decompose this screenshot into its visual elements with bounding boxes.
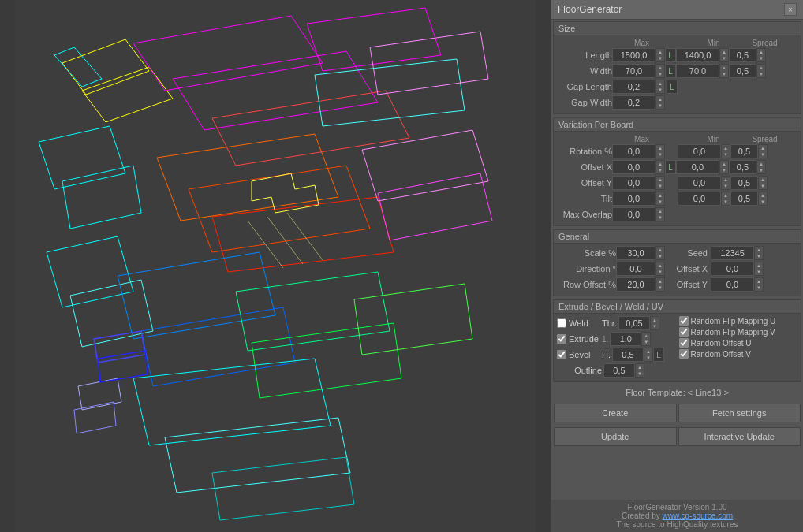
size-section-title: Size [554,22,801,35]
tilt-spread-input[interactable] [730,192,758,206]
bevel-val-spin[interactable]: ▲▼ [644,348,653,362]
create-button[interactable]: Create [554,404,677,422]
max-overlap-row: Max Overlap ▲▼ [557,207,797,221]
offset-x-spread-input[interactable] [729,160,756,174]
random-offset-u-checkbox[interactable] [679,338,689,348]
gap-width-spin[interactable]: ▲▼ [655,95,665,110]
footer-created-by: Created by [622,512,663,520]
seed-input[interactable] [711,246,754,260]
outline-label: Outline [557,366,602,375]
tilt-min-spin[interactable]: ▲▼ [721,192,730,206]
bevel-checkbox[interactable] [557,350,566,359]
random-offset-v-checkbox[interactable] [679,349,689,359]
length-min-spin[interactable]: ▲▼ [719,48,729,62]
direction-spin[interactable]: ▲▼ [655,262,665,276]
general-offset-y-input[interactable] [711,277,754,292]
width-row: Width ▲▼ L ▲▼ ▲▼ [557,64,797,78]
footer-link[interactable]: www.cg-source.com [663,512,733,520]
offset-x-spread-spin[interactable]: ▲▼ [756,160,766,174]
outline-val-input[interactable] [603,363,635,378]
outline-val-spin[interactable]: ▲▼ [635,363,644,378]
width-spread-spin[interactable]: ▲▼ [756,64,766,78]
random-flip-u-checkbox[interactable] [679,316,689,326]
bevel-l-button[interactable]: L [653,348,664,362]
offset-y-max-input[interactable] [612,176,655,190]
gap-length-l-button[interactable]: L [667,80,678,94]
offset-y-spread-spin[interactable]: ▲▼ [758,176,768,190]
random-flip-v-checkbox[interactable] [679,327,689,337]
offset-x-min-spin[interactable]: ▲▼ [719,160,729,174]
length-max-input[interactable] [612,48,655,62]
length-spread-spin[interactable]: ▲▼ [756,48,766,62]
max-overlap-spin[interactable]: ▲▼ [655,207,665,221]
row-offset-input[interactable] [616,277,655,292]
bevel-h-label: H. [602,350,611,359]
direction-input[interactable] [616,262,655,276]
fetch-settings-button[interactable]: Fetch settings [678,404,801,422]
bevel-val-input[interactable] [612,348,644,362]
rotation-row: Rotation % ▲▼ ▲▼ ▲▼ [557,144,797,158]
length-l-button[interactable]: L [665,48,676,62]
offset-y-spread-input[interactable] [730,176,758,190]
tilt-row: Tilt ▲▼ ▲▼ ▲▼ [557,192,797,206]
offset-y-label: Offset Y [557,178,612,188]
row-offset-label: Row Offset % [557,280,616,289]
rotation-max-input[interactable] [612,144,655,158]
weld-thr-spin[interactable]: ▲▼ [650,316,659,330]
seed-spin[interactable]: ▲▼ [754,246,764,260]
gap-length-spin[interactable]: ▲▼ [655,80,665,94]
extrude-val-input[interactable] [610,332,641,346]
offset-x-min-input[interactable] [676,160,719,174]
panel-title: FloorGenerator [558,4,622,15]
max-overlap-input[interactable] [612,207,655,221]
rotation-max-spin[interactable]: ▲▼ [655,144,665,158]
gap-width-input[interactable] [612,95,655,110]
row-offset-spin[interactable]: ▲▼ [655,277,665,292]
general-offset-x-input[interactable] [711,262,754,276]
extrude-section: Extrude / Bevel / Weld / UV Weld Thr. ▲▼ [553,299,801,382]
update-button[interactable]: Update [554,427,677,446]
offset-x-l-button[interactable]: L [665,160,676,174]
offset-x-max-spin[interactable]: ▲▼ [655,160,665,174]
general-offset-x-spin[interactable]: ▲▼ [754,262,764,276]
rotation-spread-input[interactable] [730,144,758,158]
length-spread-input[interactable] [729,48,756,62]
extrude-val-spin[interactable]: ▲▼ [641,332,651,346]
random-offset-u-row: Random Offset U [679,338,798,348]
width-l-button[interactable]: L [665,64,676,78]
extrude-checkbox[interactable] [557,334,566,344]
panel-titlebar: FloorGenerator × [551,0,803,20]
random-flip-v-row: Random Flip Mapping V [679,327,798,337]
size-col-headers: Max Min Spread [557,38,797,48]
rotation-min-spin[interactable]: ▲▼ [721,144,730,158]
offset-y-min-input[interactable] [678,176,721,190]
tilt-min-input[interactable] [678,192,721,206]
tilt-max-input[interactable] [612,192,655,206]
width-max-spin[interactable]: ▲▼ [655,64,665,78]
offset-y-min-spin[interactable]: ▲▼ [721,176,730,190]
random-flip-u-row: Random Flip Mapping U [679,316,798,326]
width-max-input[interactable] [612,64,655,78]
scale-spin[interactable]: ▲▼ [655,246,665,260]
length-max-spin[interactable]: ▲▼ [655,48,665,62]
width-min-input[interactable] [676,64,719,78]
scale-input[interactable] [616,246,655,260]
tilt-spread-spin[interactable]: ▲▼ [758,192,768,206]
size-section: Size Max Min Spread Length ▲▼ L [553,21,801,114]
width-min-spin[interactable]: ▲▼ [719,64,729,78]
size-section-content: Max Min Spread Length ▲▼ L ▲▼ [554,35,801,113]
panel-close-button[interactable]: × [784,3,797,16]
gap-length-input[interactable] [612,80,655,94]
tilt-max-spin[interactable]: ▲▼ [655,192,665,206]
general-offset-x-label: Offset X [668,264,708,273]
rotation-min-input[interactable] [678,144,721,158]
weld-checkbox[interactable] [557,318,566,328]
offset-x-max-input[interactable] [612,160,655,174]
offset-y-max-spin[interactable]: ▲▼ [655,176,665,190]
width-spread-input[interactable] [729,64,756,78]
length-min-input[interactable] [676,48,719,62]
general-offset-y-spin[interactable]: ▲▼ [754,277,764,292]
weld-thr-input[interactable] [618,316,650,330]
interactive-update-button[interactable]: Interactive Update [678,427,801,446]
rotation-spread-spin[interactable]: ▲▼ [758,144,768,158]
